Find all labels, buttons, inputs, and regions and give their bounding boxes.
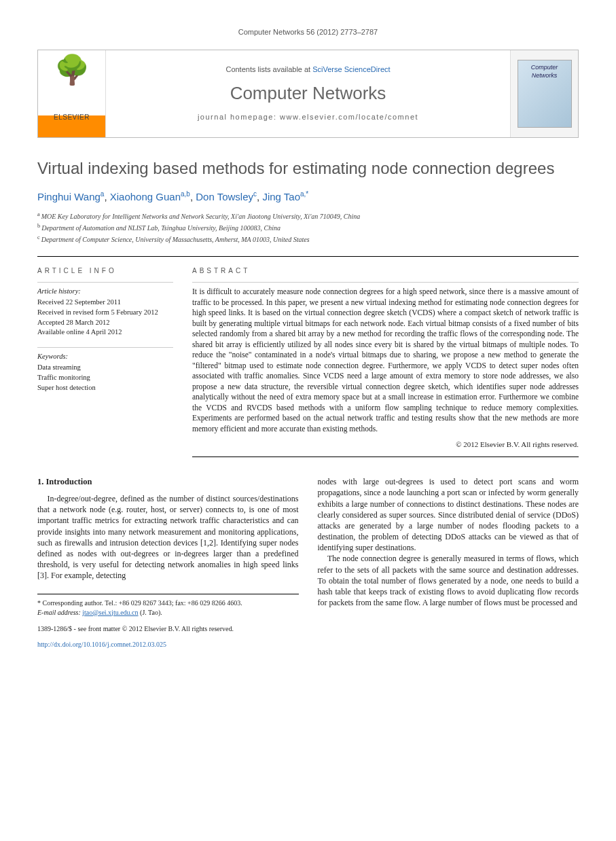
footnotes-block: * Corresponding author. Tel.: +86 029 82…: [37, 594, 299, 618]
abstract-text: It is difficult to accurately measure no…: [192, 287, 579, 434]
author-name: Xiaohong Guan: [110, 191, 181, 202]
keywords-block: Keywords: Data streaming Traffic monitor…: [37, 347, 173, 393]
body-paragraph: In-degree/out-degree, defined as the num…: [37, 493, 299, 581]
section-heading: 1. Introduction: [37, 476, 299, 488]
email-line: E-mail address: jtao@sei.xjtu.edu.cn (J.…: [37, 608, 299, 618]
author-sup: a,*: [300, 190, 308, 198]
keyword: Super host detection: [37, 383, 173, 393]
keyword: Traffic monitoring: [37, 373, 173, 383]
history-line: Accepted 28 March 2012: [37, 318, 173, 328]
affiliation-line: bDepartment of Automation and NLIST Lab,…: [37, 222, 579, 234]
aff-sup: c: [37, 234, 40, 240]
contents-prefix: Contents lists available at: [225, 65, 312, 73]
corresponding-author-note: * Corresponding author. Tel.: +86 029 82…: [37, 598, 299, 608]
copyright-line: © 2012 Elsevier B.V. All rights reserved…: [192, 440, 579, 450]
history-line: Received in revised form 5 February 2012: [37, 308, 173, 318]
publisher-name: ELSEVIER: [54, 113, 90, 122]
article-info-column: ARTICLE INFO Article history: Received 2…: [37, 266, 173, 458]
aff-sup: b: [37, 223, 40, 229]
doi-line: http://dx.doi.org/10.1016/j.comnet.2012.…: [37, 640, 299, 649]
publisher-logo-box: 🌳 ELSEVIER: [38, 50, 106, 137]
author-list: Pinghui Wanga, Xiaohong Guana,b, Don Tow…: [37, 190, 579, 204]
aff-text: Department of Automation and NLIST Lab, …: [41, 224, 280, 232]
history-line: Received 22 September 2011: [37, 298, 173, 308]
body-paragraph: The node connection degree is generally …: [318, 553, 579, 608]
journal-title: Computer Networks: [230, 82, 386, 105]
aff-text: MOE Key Laboratory for Intelligent Netwo…: [41, 213, 361, 220]
author-name: Pinghui Wang: [37, 191, 101, 202]
abstract-heading: ABSTRACT: [192, 266, 579, 276]
aff-text: Department of Computer Science, Universi…: [41, 236, 310, 243]
front-matter-line: 1389-1286/$ - see front matter © 2012 El…: [37, 624, 299, 634]
article-title: Virtual indexing based methods for estim…: [37, 158, 579, 179]
author-name: Don Towsley: [196, 191, 253, 202]
history-label: Article history:: [37, 287, 173, 296]
affiliation-line: aMOE Key Laboratory for Intelligent Netw…: [37, 211, 579, 222]
author-link[interactable]: Don Towsley: [196, 191, 253, 202]
body-col-left: 1. Introduction In-degree/out-degree, de…: [37, 476, 299, 649]
masthead-center: Contents lists available at SciVerse Sci…: [106, 50, 510, 137]
article-history-block: Article history: Received 22 September 2…: [37, 282, 173, 338]
body-col-right: nodes with large out-degrees is used to …: [318, 476, 579, 649]
journal-homepage-line: journal homepage: www.elsevier.com/locat…: [198, 112, 418, 122]
email-label: E-mail address:: [37, 609, 81, 616]
aff-sup: a: [37, 211, 40, 217]
author-link[interactable]: Pinghui Wang: [37, 191, 101, 202]
keyword: Data streaming: [37, 363, 173, 373]
running-head: Computer Networks 56 (2012) 2773–2787: [37, 27, 579, 37]
body-columns: 1. Introduction In-degree/out-degree, de…: [37, 476, 579, 649]
history-line: Available online 4 April 2012: [37, 327, 173, 338]
abstract-column: ABSTRACT It is difficult to accurately m…: [192, 266, 579, 458]
masthead: 🌳 ELSEVIER Contents lists available at S…: [37, 50, 579, 138]
article-info-heading: ARTICLE INFO: [37, 266, 173, 276]
affiliations: aMOE Key Laboratory for Intelligent Netw…: [37, 211, 579, 245]
author-link[interactable]: Xiaohong Guan: [110, 191, 181, 202]
journal-cover-thumb: Computer Networks: [518, 60, 572, 128]
author-sup: c: [253, 190, 257, 198]
keywords-label: Keywords:: [37, 352, 173, 361]
elsevier-tree-icon: 🌳: [54, 56, 90, 84]
email-link[interactable]: jtao@sei.xjtu.edu.cn: [82, 609, 138, 616]
author-name: Jing Tao: [262, 191, 300, 202]
author-sup: a,b: [181, 190, 190, 198]
sciencedirect-link[interactable]: SciVerse ScienceDirect: [312, 65, 390, 73]
affiliation-line: cDepartment of Computer Science, Univers…: [37, 234, 579, 245]
author-sup: a: [101, 190, 105, 198]
author-link[interactable]: Jing Tao: [262, 191, 300, 202]
email-person: (J. Tao).: [140, 609, 162, 616]
body-paragraph: nodes with large out-degrees is used to …: [318, 476, 579, 553]
contents-available-line: Contents lists available at SciVerse Sci…: [225, 65, 390, 75]
journal-cover-box: Computer Networks: [510, 50, 578, 137]
doi-link[interactable]: http://dx.doi.org/10.1016/j.comnet.2012.…: [37, 641, 166, 648]
